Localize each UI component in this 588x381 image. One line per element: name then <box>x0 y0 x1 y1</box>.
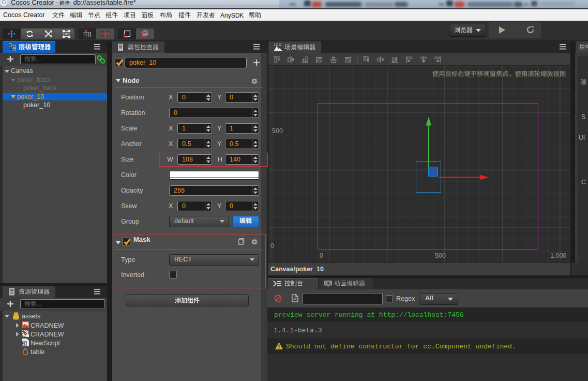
svg-text:JS: JS <box>23 342 27 345</box>
